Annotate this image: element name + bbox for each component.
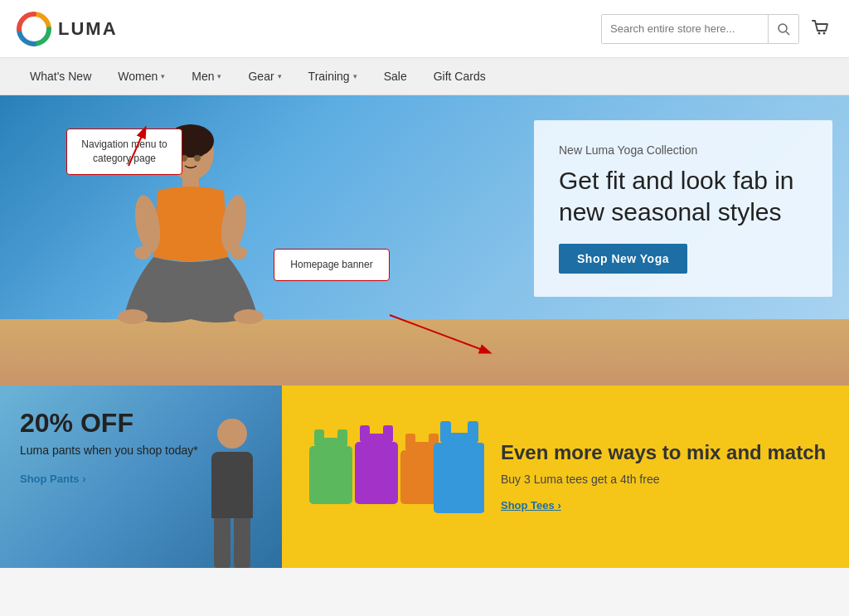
hero-panel-subtitle: New Luma Yoga Collection: [559, 143, 808, 157]
annotation-banner-box: Homepage banner: [274, 249, 390, 281]
svg-point-12: [118, 309, 148, 324]
nav-item-gear[interactable]: Gear ▾: [235, 60, 294, 93]
nav-link-sale[interactable]: Sale: [371, 60, 420, 93]
tees-shirt-display: [302, 410, 484, 543]
svg-rect-34: [434, 443, 484, 513]
svg-point-1: [779, 24, 787, 32]
svg-rect-25: [383, 425, 393, 442]
site-header: LUMA: [0, 0, 849, 58]
figure-legs: [191, 518, 274, 568]
nav-item-men[interactable]: Men ▾: [178, 60, 235, 93]
nav-link-gear[interactable]: Gear ▾: [235, 60, 294, 93]
svg-rect-21: [337, 429, 347, 446]
luma-logo-icon: [17, 12, 51, 46]
main-nav: What's New Women ▾ Men ▾ Gear ▾ Training: [0, 58, 849, 95]
svg-rect-32: [440, 421, 451, 441]
nav-list: What's New Women ▾ Men ▾ Gear ▾ Training: [17, 60, 499, 93]
nav-link-men[interactable]: Men ▾: [178, 60, 235, 93]
svg-rect-20: [314, 429, 324, 446]
pants-person-figure: [191, 419, 274, 568]
svg-line-2: [786, 32, 789, 35]
shop-tees-link[interactable]: Shop Tees: [501, 499, 561, 512]
nav-item-sale[interactable]: Sale: [371, 60, 420, 93]
cart-icon[interactable]: [809, 16, 832, 42]
figure-leg-left: [214, 518, 230, 568]
svg-point-13: [234, 309, 264, 324]
chevron-down-icon: ▾: [278, 72, 282, 80]
nav-link-whats-new[interactable]: What's New: [17, 60, 104, 93]
shop-new-yoga-button[interactable]: Shop New Yoga: [559, 244, 687, 274]
svg-point-4: [823, 32, 826, 34]
logo-area[interactable]: LUMA: [17, 12, 118, 46]
nav-item-women[interactable]: Women ▾: [104, 60, 178, 93]
tees-subtext: Buy 3 Luma tees get a 4th free: [501, 472, 829, 488]
search-box[interactable]: [601, 14, 799, 44]
svg-point-10: [134, 246, 151, 259]
svg-point-3: [818, 32, 821, 34]
chevron-down-icon: ▾: [353, 72, 357, 80]
tees-text-block: Even more ways to mix and match Buy 3 Lu…: [501, 441, 829, 512]
bottom-promo-row: 20% OFF Luma pants when you shop today* …: [0, 386, 849, 568]
nav-item-whats-new[interactable]: What's New: [17, 60, 104, 93]
hero-banner: Navigation menu to category page Homepag…: [0, 95, 849, 386]
nav-link-women[interactable]: Women ▾: [104, 60, 178, 93]
nav-item-gift-cards[interactable]: Gift Cards: [420, 60, 499, 93]
promo-tees-block: Even more ways to mix and match Buy 3 Lu…: [282, 386, 849, 568]
cart-svg-icon: [809, 16, 832, 39]
hero-panel-title: Get fit and look fab in new seasonal sty…: [559, 165, 808, 227]
svg-rect-26: [355, 442, 398, 504]
svg-point-11: [230, 246, 247, 259]
svg-rect-22: [309, 446, 352, 504]
logo-text: LUMA: [58, 18, 118, 40]
chevron-down-icon: ▾: [161, 72, 165, 80]
search-button[interactable]: [768, 15, 798, 43]
figure-leg-right: [234, 518, 250, 568]
nav-item-training[interactable]: Training ▾: [295, 60, 371, 93]
chevron-down-icon: ▾: [217, 72, 221, 80]
header-right: [601, 14, 832, 44]
svg-rect-28: [405, 434, 415, 450]
promo-pants-block: 20% OFF Luma pants when you shop today* …: [0, 386, 282, 568]
tees-headline: Even more ways to mix and match: [501, 441, 829, 465]
search-input[interactable]: [602, 15, 768, 43]
hero-panel: New Luma Yoga Collection Get fit and loo…: [534, 120, 832, 297]
svg-rect-33: [468, 421, 478, 441]
nav-link-gift-cards[interactable]: Gift Cards: [420, 60, 499, 93]
annotation-nav-box: Navigation menu to category page: [66, 129, 182, 175]
nav-link-training[interactable]: Training ▾: [295, 60, 371, 93]
svg-rect-24: [360, 425, 370, 442]
figure-body: [211, 452, 253, 518]
figure-head: [217, 419, 247, 449]
shop-pants-link[interactable]: Shop Pants: [20, 473, 85, 485]
tank-tops-svg: [302, 410, 484, 543]
search-icon: [777, 22, 790, 36]
